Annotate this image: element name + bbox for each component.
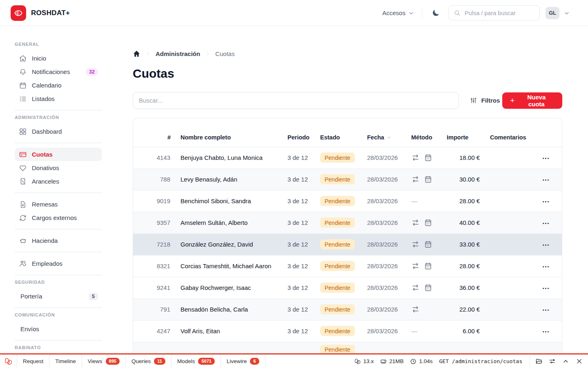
table-row[interactable]: 8321Corcias Tameshtit, Michael Aaron3 de… — [133, 255, 562, 277]
cell-period: 3 de 12 — [278, 277, 310, 298]
breadcrumb-parent[interactable]: Administración — [156, 50, 200, 57]
home-icon[interactable] — [133, 50, 140, 58]
cell-date: 28/03/2026 — [357, 168, 401, 190]
sidebar-item-aranceles[interactable]: Aranceles — [15, 175, 102, 188]
scheduled-method-icon — [424, 153, 432, 162]
table-row[interactable]: 9357Amselem Sultán, Alberto3 de 12Pendie… — [133, 212, 562, 233]
column-header-label: Estado — [320, 134, 340, 141]
cell-status: Pendiente — [310, 298, 357, 320]
column-header-inner: # — [133, 134, 171, 141]
sidebar-section-label: COMUNICACIÓN — [15, 312, 102, 319]
cell-date: 28/03/2026 — [357, 233, 401, 255]
credit-card-icon — [19, 150, 27, 159]
debugbar-tab-timeline[interactable]: Timeline — [49, 355, 82, 368]
debugbar-tab-request[interactable]: Request — [17, 355, 49, 368]
cell-comments — [480, 190, 531, 212]
row-actions-button[interactable]: ••• — [543, 286, 550, 291]
sidebar-item-remesas[interactable]: Remesas — [15, 197, 102, 211]
sidebar-item-badge: 32 — [86, 68, 98, 76]
table-row[interactable]: 788Levy Benasuly, Adán3 de 12Pendiente28… — [133, 168, 562, 190]
sidebar-item-listados[interactable]: Listados — [15, 92, 102, 105]
user-menu-chevron-icon[interactable] — [564, 10, 570, 16]
sidebar-item-empleados[interactable]: Empleados — [15, 257, 102, 270]
sidebar-item-badge: 5 — [89, 293, 98, 300]
sidebar-item-calendario[interactable]: Calendario — [15, 79, 102, 92]
brand-name: ROSHDAT+ — [31, 9, 70, 17]
row-actions-button[interactable]: ••• — [543, 177, 550, 182]
debugbar-tab-queries[interactable]: Queries11 — [126, 355, 172, 368]
sidebar-item-hacienda[interactable]: Hacienda — [15, 234, 102, 247]
cell-method — [401, 298, 437, 320]
minimize-debugbar-button[interactable] — [559, 356, 572, 367]
sidebar-item-dashboard[interactable]: Dashboard — [15, 125, 102, 138]
column-header-inner: Comentarios — [480, 134, 531, 141]
row-actions-button[interactable]: ••• — [543, 329, 550, 334]
sidebar-item-cargos-externos[interactable]: Cargos externos — [15, 211, 102, 224]
debugbar-tab-count: 5071 — [198, 358, 214, 365]
cell-comments — [480, 233, 531, 255]
dark-mode-toggle[interactable] — [430, 7, 442, 19]
column-header-fecha[interactable]: Fecha — [357, 118, 401, 147]
debugbar-tabs: RequestTimelineViews895Queries11Models50… — [17, 355, 265, 368]
table-row[interactable]: 7218González González, David3 de 12Pendi… — [133, 233, 562, 255]
sidebar-item-cuotas[interactable]: Cuotas — [15, 148, 102, 161]
user-avatar[interactable]: GL — [546, 7, 559, 19]
accesos-label: Accesos — [382, 9, 405, 16]
laravel-logo-icon[interactable] — [0, 355, 17, 368]
row-actions-button[interactable]: ••• — [543, 242, 550, 247]
laravel-mini-icon — [354, 358, 361, 365]
status-badge: Pendiente — [320, 326, 355, 336]
cell-actions: ••• — [531, 233, 562, 255]
sidebar-item-envios[interactable]: Envíos — [15, 322, 102, 336]
row-actions-button[interactable]: ••• — [543, 199, 550, 204]
brand: ROSHDAT+ — [11, 5, 70, 21]
table-row[interactable]: 9241Gabay Rochwerger, Isaac3 de 12Pendie… — [133, 277, 562, 298]
piggy-icon — [19, 237, 27, 245]
sidebar-item-donativos[interactable]: Donativos — [15, 161, 102, 175]
new-cuota-button[interactable]: + Nueva cuota — [502, 92, 562, 109]
sidebar-item-inicio[interactable]: Inicio — [15, 52, 102, 65]
open-requests-button[interactable] — [532, 356, 545, 367]
row-actions-button[interactable]: ••• — [543, 156, 550, 161]
table-row[interactable]: 4247Volf Aris, Eitan3 de 12Pendiente28/0… — [133, 320, 562, 342]
accesos-menu[interactable]: Accesos — [382, 9, 414, 16]
row-actions-button[interactable]: ••• — [543, 307, 550, 312]
status-badge: Pendiente — [320, 304, 355, 314]
cell-id: 4247 — [133, 320, 171, 342]
column-header-inner: Periodo — [278, 134, 310, 141]
filters-button[interactable]: Filtros — [467, 96, 502, 105]
row-actions-button[interactable]: ••• — [543, 264, 550, 269]
sidebar-item-label: Calendario — [32, 82, 62, 89]
debugbar-tab-views[interactable]: Views895 — [82, 355, 126, 368]
topbar-divider — [422, 9, 422, 18]
sidebar-item-notificaciones[interactable]: Notificaciones32 — [15, 65, 102, 79]
table-row[interactable]: 4143Benjuya Chabto, Luna Monica3 de 12Pe… — [133, 147, 562, 168]
debugbar-tab-livewire[interactable]: Livewire6 — [221, 355, 265, 368]
close-debugbar-button[interactable] — [573, 356, 586, 367]
cell-comments — [480, 298, 531, 320]
debugbar-settings-button[interactable] — [546, 356, 559, 367]
column-header-label: Periodo — [287, 134, 310, 141]
column-header-nombre-completo: Nombre completo — [171, 118, 278, 147]
global-search-input[interactable] — [464, 9, 535, 17]
method-icons: — — [411, 328, 437, 334]
column-header-label: # — [167, 134, 171, 141]
cell-id: 7218 — [133, 233, 171, 255]
global-search[interactable] — [448, 5, 540, 20]
row-actions-button[interactable]: ••• — [543, 221, 550, 226]
debugbar-tab-models[interactable]: Models5071 — [172, 355, 221, 368]
sidebar-item-porteria[interactable]: Portería5 — [15, 289, 102, 303]
cuotas-table: #Nombre completoPeriodoEstadoFechaMétodo… — [133, 118, 562, 364]
no-method-dash: — — [411, 197, 417, 204]
table-row[interactable]: 791Bensadón Belicha, Carla3 de 12Pendien… — [133, 298, 562, 320]
sidebar-section-label: GENERAL — [15, 42, 102, 48]
brand-logo[interactable] — [11, 5, 26, 21]
cell-actions: ••• — [531, 298, 562, 320]
column-header-estado: Estado — [310, 118, 357, 147]
column-header-inner: Método — [401, 134, 437, 141]
scheduled-method-icon — [424, 262, 432, 270]
sliders-icon — [549, 358, 556, 365]
sidebar-item-label: Dashboard — [32, 128, 62, 135]
table-search-input[interactable] — [133, 92, 459, 109]
table-row[interactable]: 9019Benchimol Siboni, Sandra3 de 12Pendi… — [133, 190, 562, 212]
